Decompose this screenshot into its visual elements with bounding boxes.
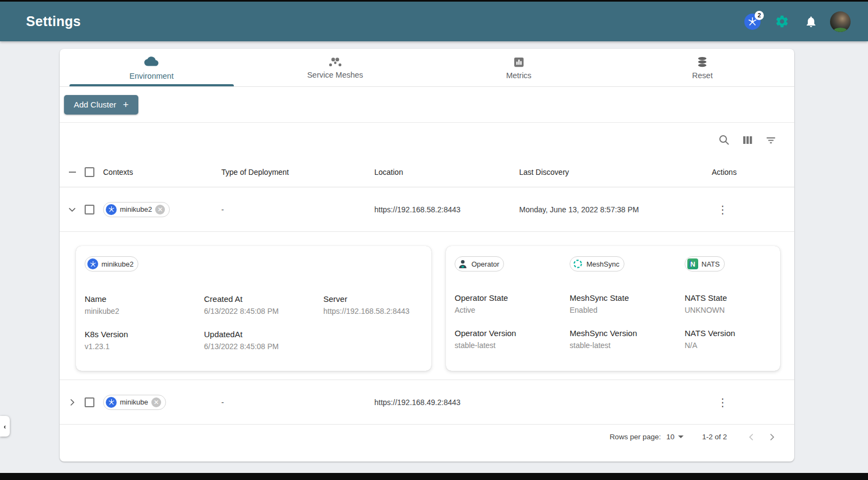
tab-metrics[interactable]: Metrics xyxy=(427,49,611,86)
cell-type: - xyxy=(221,205,374,214)
cluster-chip[interactable]: minikube2 xyxy=(85,256,138,271)
search-icon xyxy=(718,134,731,147)
tab-environment-label: Environment xyxy=(130,72,174,80)
operator-detail-card: Operator MeshSync N NATS Operator State … xyxy=(446,246,780,371)
field-updated-at: UpdatedAt 6/13/2022 8:45:08 PM xyxy=(204,330,323,351)
cell-location: https://192.168.49.2:8443 xyxy=(374,398,519,407)
chevron-right-icon xyxy=(767,432,777,443)
kubernetes-icon xyxy=(87,258,98,269)
chevron-left-icon xyxy=(746,432,757,443)
plus-icon: + xyxy=(123,100,129,110)
field-operator-state: Operator State Active xyxy=(455,293,570,314)
row-actions-menu-button[interactable]: ⋮ xyxy=(712,396,733,409)
tab-reset[interactable]: Reset xyxy=(611,49,795,86)
kubernetes-contexts-button[interactable]: 2 xyxy=(741,10,764,33)
search-button[interactable] xyxy=(717,133,731,147)
caret-down-icon xyxy=(678,435,684,438)
cell-type: - xyxy=(221,398,374,407)
tab-environment[interactable]: Environment xyxy=(60,49,244,86)
cell-last-discovery: Monday, June 13, 2022 8:57:38 PM xyxy=(519,205,712,214)
cluster-fields: Name minikube2 Created At 6/13/2022 8:45… xyxy=(85,294,423,351)
chip-label: MeshSync xyxy=(586,260,620,268)
view-columns-button[interactable] xyxy=(741,133,755,147)
service-mesh-icon xyxy=(328,56,342,68)
expanded-row-details: minikube2 Name minikube2 Created At 6/13… xyxy=(60,232,794,380)
chevron-right-icon xyxy=(67,397,78,408)
meshsync-icon xyxy=(572,258,583,269)
tab-service-meshes[interactable]: Service Meshes xyxy=(244,49,427,86)
previous-page-button[interactable] xyxy=(741,427,762,447)
remove-context-icon[interactable]: ✕ xyxy=(155,205,165,214)
tab-service-meshes-label: Service Meshes xyxy=(307,71,363,79)
minus-icon xyxy=(69,172,76,173)
cluster-detail-card: minikube2 Name minikube2 Created At 6/13… xyxy=(76,246,431,371)
add-cluster-label: Add Cluster xyxy=(74,100,116,109)
meshsync-chip[interactable]: MeshSync xyxy=(570,256,624,271)
table-row: minikube2 ✕ - https://192.168.58.2:8443 … xyxy=(60,187,794,232)
nats-chip[interactable]: N NATS xyxy=(685,256,725,271)
cell-location: https://192.168.58.2:8443 xyxy=(374,205,519,214)
remove-context-icon[interactable]: ✕ xyxy=(151,397,161,407)
operator-chips-row: Operator MeshSync N NATS xyxy=(455,256,771,271)
notifications-button[interactable] xyxy=(800,10,822,33)
bell-icon xyxy=(805,15,818,28)
field-meshsync-state: MeshSync State Enabled xyxy=(570,293,685,314)
gear-icon xyxy=(775,14,789,29)
bottom-screen-edge xyxy=(0,473,868,480)
chevron-down-icon xyxy=(67,204,78,215)
field-nats-version: NATS Version N/A xyxy=(685,329,771,350)
table-row: minikube ✕ - https://192.168.49.2:8443 ⋮ xyxy=(60,380,794,425)
expand-row-button[interactable] xyxy=(64,397,80,408)
row-checkbox[interactable] xyxy=(85,205,94,214)
columns-icon xyxy=(741,134,754,147)
active-tab-indicator xyxy=(69,84,234,86)
cloud-icon xyxy=(144,55,158,69)
operator-fields: Operator State Active MeshSync State Ena… xyxy=(455,293,771,350)
column-header-type: Type of Deployment xyxy=(221,168,374,176)
page-title: Settings xyxy=(26,14,81,29)
field-server: Server https://192.168.58.2:8443 xyxy=(323,294,423,315)
field-nats-state: NATS State UNKNOWN xyxy=(685,293,771,314)
operator-chip[interactable]: Operator xyxy=(455,256,504,271)
settings-gear-button[interactable] xyxy=(770,10,793,33)
field-meshsync-version: MeshSync Version stable-latest xyxy=(570,329,685,350)
row-actions-menu-button[interactable]: ⋮ xyxy=(712,203,733,216)
rows-per-page-select[interactable]: 10 xyxy=(666,433,684,441)
rows-per-page-label: Rows per page: xyxy=(610,433,661,441)
chip-label: NATS xyxy=(701,260,720,268)
collapse-row-button[interactable] xyxy=(64,204,80,215)
filter-button[interactable] xyxy=(764,133,778,147)
app-header: Settings 2 xyxy=(0,2,868,41)
context-count-badge: 2 xyxy=(755,11,764,20)
chip-label: minikube2 xyxy=(120,205,152,213)
table-toolbar xyxy=(60,123,794,157)
add-cluster-button[interactable]: Add Cluster + xyxy=(64,95,138,115)
rows-per-page-value: 10 xyxy=(666,433,674,441)
column-header-contexts: Contexts xyxy=(103,168,221,176)
database-icon xyxy=(696,56,709,68)
context-chip-minikube[interactable]: minikube ✕ xyxy=(103,395,166,410)
column-header-last-discovery: Last Discovery xyxy=(519,168,712,176)
tab-metrics-label: Metrics xyxy=(506,71,532,80)
select-all-checkbox[interactable] xyxy=(85,167,94,177)
field-k8s-version: K8s Version v1.23.1 xyxy=(85,330,204,351)
tab-reset-label: Reset xyxy=(692,71,713,80)
context-chip-minikube2[interactable]: minikube2 ✕ xyxy=(103,202,170,217)
row-checkbox[interactable] xyxy=(85,397,94,407)
settings-panel: Environment Service Meshes Metrics xyxy=(60,49,794,462)
next-page-button[interactable] xyxy=(762,427,782,447)
field-name: Name minikube2 xyxy=(85,294,204,315)
collapse-all-toggle[interactable] xyxy=(64,172,80,173)
operator-icon xyxy=(457,258,468,269)
kubernetes-icon xyxy=(106,204,117,215)
kubernetes-icon xyxy=(106,397,117,408)
column-header-location: Location xyxy=(374,168,519,176)
header-actions: 2 xyxy=(741,10,852,33)
user-menu-button[interactable] xyxy=(829,10,852,33)
field-operator-version: Operator Version stable-latest xyxy=(455,329,570,350)
pagination-range: 1-2 of 2 xyxy=(702,433,727,441)
chip-label: Operator xyxy=(471,260,499,268)
filter-icon xyxy=(764,134,777,147)
nats-icon: N xyxy=(687,258,698,269)
sidebar-collapse-handle[interactable]: ‹ xyxy=(0,416,10,437)
